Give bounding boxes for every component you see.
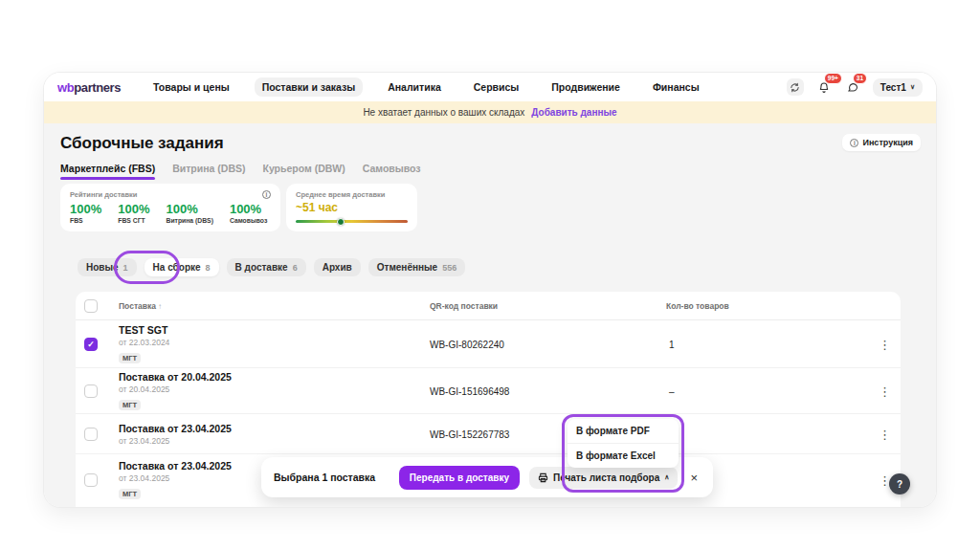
sort-asc-icon: ↑: [158, 302, 162, 311]
ratings-title: Рейтинги доставки: [70, 190, 137, 199]
nav-item-goods[interactable]: Товары и цены: [145, 77, 237, 97]
printer-icon: [538, 472, 548, 483]
col-qr: QR-код поставки: [430, 301, 498, 311]
selected-count-text: Выбрана 1 поставка: [274, 472, 375, 483]
nav-item-finance[interactable]: Финансы: [645, 77, 707, 97]
row-checkbox[interactable]: ✓: [84, 338, 98, 351]
rating-value: 100%: [230, 203, 267, 216]
goods-count: 1: [669, 339, 675, 349]
supply-tag: МГТ: [119, 489, 141, 499]
nav-item-supplies[interactable]: Поставки и заказы: [255, 77, 363, 97]
supply-name: TEST SGT: [119, 324, 169, 336]
rating-value: 100%: [167, 203, 213, 216]
table-row[interactable]: Поставка от 20.04.2025 от 20.04.2025 МГТ…: [76, 368, 901, 414]
tab-label: В доставке: [235, 262, 288, 273]
menu-item-pdf[interactable]: В формате PDF: [568, 419, 679, 443]
supply-cell: Поставка от 23.04.2025 от 23.04.2025: [119, 423, 232, 446]
page-content: Сборочные задания i Инструкция Маркетпле…: [44, 123, 936, 507]
rating-pickup: 100% Самовывоз: [230, 203, 267, 224]
supply-name: Поставка от 23.04.2025: [119, 460, 232, 472]
avg-time-title: Среднее время доставки: [296, 190, 408, 199]
screenshot-stage: wbpartners Товары и цены Поставки и зака…: [0, 0, 980, 549]
rating-label: FBS СГТ: [118, 217, 149, 224]
tab-in-delivery[interactable]: В доставке 6: [227, 258, 306, 276]
row-checkbox[interactable]: [84, 428, 98, 441]
notifications-bell-icon[interactable]: 99+: [815, 78, 833, 96]
chevron-down-icon: ∨: [910, 83, 915, 91]
tab-label: Архив: [323, 262, 352, 273]
supply-tag: МГТ: [119, 400, 141, 410]
row-checkbox[interactable]: [84, 473, 98, 487]
print-picking-list-button[interactable]: Печать листа подбора ∧: [529, 467, 678, 489]
wbpartners-logo[interactable]: wbpartners: [57, 80, 121, 95]
top-navbar: wbpartners Товары и цены Поставки и зака…: [44, 73, 936, 101]
supply-date: от 20.04.2025: [119, 384, 232, 394]
supply-date: от 23.04.2025: [119, 473, 232, 483]
tab-label: Новые: [86, 262, 119, 273]
navbar-right: 99+ 31 Тест1 ∨: [787, 78, 923, 97]
tab-count: 1: [123, 263, 128, 273]
col-supply[interactable]: Поставка↑: [119, 301, 162, 311]
delivery-type-tabs: Маркетплейс (FBS) Витрина (DBS) Курьером…: [60, 163, 421, 180]
tab-pickup[interactable]: Самовывоз: [363, 163, 421, 180]
messages-icon[interactable]: 31: [844, 78, 861, 96]
page-title: Сборочные задания: [60, 134, 224, 153]
bell-badge: 99+: [824, 73, 842, 84]
main-menu: Товары и цены Поставки и заказы Аналитик…: [145, 77, 707, 97]
table-row[interactable]: ✓ TEST SGT от 22.03.2024 МГТ WB-GI-80262…: [76, 320, 901, 368]
ratings-info-icon[interactable]: i: [262, 190, 271, 199]
tab-count: 6: [293, 263, 298, 273]
delivery-time-gauge: [296, 220, 408, 223]
rating-value: 100%: [70, 203, 101, 216]
user-name: Тест1: [880, 82, 906, 93]
info-icon: i: [850, 139, 858, 147]
chevron-up-icon: ∧: [664, 473, 669, 481]
close-icon[interactable]: ×: [687, 471, 701, 485]
widgets-row: Рейтинги доставки i 100% FBS 100% FBS СГ…: [60, 184, 417, 231]
row-checkbox[interactable]: [84, 384, 98, 398]
tab-vitrina-dbs[interactable]: Витрина (DBS): [172, 163, 245, 180]
add-data-link[interactable]: Добавить данные: [531, 107, 616, 118]
nav-item-promotion[interactable]: Продвижение: [544, 77, 628, 97]
tab-archive[interactable]: Архив: [314, 258, 361, 276]
user-menu[interactable]: Тест1 ∨: [873, 78, 923, 97]
switch-account-icon[interactable]: [787, 78, 804, 96]
supply-date: от 22.03.2024: [119, 338, 169, 347]
help-button[interactable]: ?: [889, 473, 910, 494]
tab-on-assembly[interactable]: На сборке 8: [145, 258, 219, 276]
tab-count: 8: [206, 263, 211, 273]
tab-marketplace-fbs[interactable]: Маркетплейс (FBS): [60, 163, 155, 180]
tab-cancelled[interactable]: Отменённые 556: [368, 258, 465, 276]
table-row[interactable]: Поставка от 23.04.2025 от 23.04.2025 WB-…: [76, 414, 901, 454]
messages-badge: 31: [853, 73, 867, 84]
print-label: Печать листа подбора: [553, 472, 659, 483]
col-qty: Кол-во товаров: [666, 301, 729, 311]
row-kebab-icon[interactable]: ⋮: [879, 337, 891, 351]
print-format-menu: В формате PDF В формате Excel: [568, 419, 679, 468]
rating-fbs-sgt: 100% FBS СГТ: [118, 203, 149, 224]
nav-item-analytics[interactable]: Аналитика: [380, 77, 449, 97]
transfer-to-delivery-button[interactable]: Передать в доставку: [399, 466, 520, 490]
logo-wb: wb: [57, 80, 74, 95]
instruction-label: Инструкция: [862, 138, 913, 147]
nav-item-services[interactable]: Сервисы: [466, 77, 527, 97]
supply-cell: TEST SGT от 22.03.2024 МГТ: [119, 324, 169, 364]
menu-item-excel[interactable]: В формате Excel: [568, 443, 679, 468]
banner-text: Не хватает данных о ваших складах: [363, 107, 524, 118]
instruction-button[interactable]: i Инструкция: [842, 134, 921, 151]
tab-new[interactable]: Новые 1: [78, 258, 137, 276]
qr-code: WB-GI-152267783: [430, 428, 509, 439]
tab-label: На сборке: [153, 262, 201, 273]
supply-name: Поставка от 20.04.2025: [119, 371, 232, 383]
tab-count: 556: [442, 263, 457, 273]
warehouse-warning-banner: Не хватает данных о ваших складах Добави…: [44, 101, 936, 123]
supply-date: от 23.04.2025: [119, 436, 232, 446]
rating-label: Самовывоз: [230, 217, 267, 224]
tab-courier-dbw[interactable]: Курьером (DBW): [262, 163, 345, 180]
row-kebab-icon[interactable]: ⋮: [879, 427, 891, 441]
qr-code: WB-GI-151696498: [430, 385, 509, 396]
select-all-checkbox[interactable]: [84, 299, 98, 313]
row-kebab-icon[interactable]: ⋮: [879, 384, 891, 398]
logo-partners: partners: [74, 80, 121, 95]
rating-vitrina-dbs: 100% Витрина (DBS): [167, 203, 213, 224]
